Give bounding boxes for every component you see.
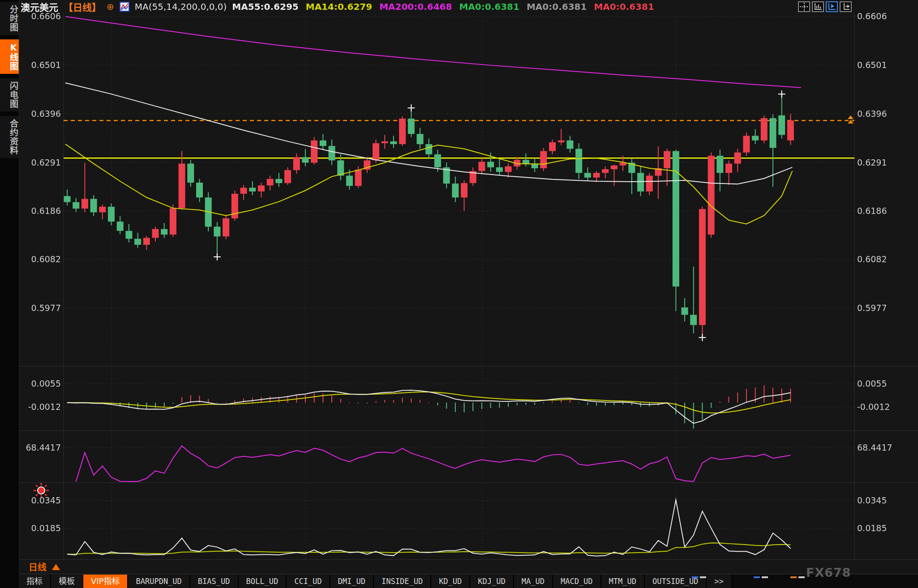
ma-value-1: MA14:0.6279 [306, 1, 372, 12]
chart-header: 澳元美元 【日线】 ⊕ MA(55,14,200,0,0,0) MA55:0.6… [21, 1, 654, 13]
atr-axis-label: 0.0345 [857, 495, 887, 505]
watermark-dash [790, 576, 797, 578]
ma-indicator-icon[interactable] [120, 2, 129, 12]
triangle-up-icon [52, 564, 60, 570]
ma-value-5: MA0:0.6381 [594, 1, 654, 12]
watermark-dash [692, 576, 698, 578]
indicator-tab-bar: 指标模板VIP指标BARUPDN_UDBIAS_UDBOLL_UDCCI_UDD… [19, 575, 918, 588]
y-axis-label: 0.6082 [857, 254, 887, 264]
bottom-tab->>[interactable]: >> [707, 575, 732, 588]
y-axis-label: 0.6606 [31, 11, 61, 21]
crosshair-icon[interactable] [798, 1, 810, 12]
pointer-chart-icon[interactable] [826, 1, 838, 12]
bottom-tab-vip[interactable]: VIP指标 [83, 575, 128, 588]
bottom-tab-barupdn_ud[interactable]: BARUPDN_UD [128, 575, 190, 588]
bottom-tab-bias_ud[interactable]: BIAS_UD [190, 575, 239, 588]
period-selector-label: 日线 [29, 560, 47, 573]
atr-axis-label: 0.0185 [857, 523, 887, 533]
bottom-tab-mtm_ud[interactable]: MTM_UD [601, 575, 645, 588]
atr-axis-label: 0.0345 [31, 495, 61, 505]
ma-values: MA55:0.6295MA14:0.6279MA200:0.6468MA0:0.… [232, 1, 654, 12]
ma-value-3: MA0:0.6381 [459, 1, 519, 12]
period-tag: 【日线】 [64, 0, 101, 13]
watermark-dash [700, 576, 706, 578]
left-sidebar: 分时图 K线图 闪电图 合约资料 [0, 0, 19, 588]
chart-toolbar [798, 1, 852, 12]
y-axis-label: 0.6082 [31, 254, 61, 264]
y-axis-label: 0.5977 [857, 303, 887, 313]
y-axis-label: 0.5977 [31, 303, 61, 313]
bottom-tab-kd_ud[interactable]: KD_UD [431, 575, 470, 588]
watermark-dash [754, 576, 760, 578]
bottom-tab-inside_ud[interactable]: INSIDE_UD [374, 575, 431, 588]
y-axis-label: 0.6186 [857, 206, 887, 216]
watermark: FX678 [806, 566, 851, 579]
watermark-dash [762, 576, 768, 578]
bottom-tab-cci_ud[interactable]: CCI_UD [287, 575, 330, 588]
sidebar-item-contract-info[interactable]: 合约资料 [0, 116, 19, 158]
y-axis-label: 0.6396 [31, 109, 61, 119]
bottom-tab-dmi_ud[interactable]: DMI_UD [330, 575, 374, 588]
bottom-tab-kdj_ud[interactable]: KDJ_UD [470, 575, 514, 588]
y-axis-label: 0.6606 [857, 11, 887, 21]
bottom-tab-ma_ud[interactable]: MA_UD [514, 575, 553, 588]
macd-axis-label: 0.0055 [857, 379, 887, 388]
macd-axis-label: -0.0012 [28, 402, 61, 412]
ma-settings: MA(55,14,200,0,0,0) [135, 1, 227, 12]
y-axis-label: 0.6396 [857, 109, 887, 119]
price-chart-canvas[interactable] [0, 0, 918, 588]
sidebar-item-kline[interactable]: K线图 [0, 39, 19, 74]
y-axis-label: 0.6291 [31, 158, 61, 167]
sidebar-item-flash[interactable]: 闪电图 [0, 78, 19, 111]
sidebar-item-timeshare[interactable]: 分时图 [0, 2, 19, 35]
chart-window: 分时图 K线图 闪电图 合约资料 澳元美元 【日线】 ⊕ MA(55,14,20… [0, 0, 918, 588]
shift-chart-icon[interactable] [840, 1, 852, 12]
bottom-tab-macd_ud[interactable]: MACD_UD [553, 575, 601, 588]
right-price-axis: 0.66060.65010.63960.62910.61860.60820.59… [857, 0, 915, 564]
bottom-tab-[interactable]: 模板 [51, 575, 83, 588]
rsi-axis-label: 68.4417 [26, 443, 61, 452]
bottom-tab-boll_ud[interactable]: BOLL_UD [239, 575, 287, 588]
ma-value-0: MA55:0.6295 [232, 1, 298, 12]
target-icon[interactable]: ⊕ [107, 2, 114, 11]
macd-axis-label: 0.0055 [31, 379, 61, 388]
macd-axis-label: -0.0012 [857, 402, 890, 412]
atr-axis-label: 0.0185 [31, 523, 61, 533]
y-axis-label: 0.6501 [857, 60, 887, 70]
y-axis-label: 0.6501 [31, 60, 61, 70]
axis-chart-icon[interactable] [812, 1, 824, 12]
ma-value-4: MA0:0.6381 [527, 1, 587, 12]
period-selector[interactable]: 日线 [29, 560, 60, 573]
bottom-tab-[interactable]: 指标 [19, 575, 51, 588]
left-price-axis: 0.66060.65010.63960.62910.61860.60820.59… [17, 0, 61, 564]
y-axis-label: 0.6186 [31, 206, 61, 216]
ma-value-2: MA200:0.6468 [379, 1, 452, 12]
watermark-dash [798, 576, 805, 578]
rsi-axis-label: 68.4417 [857, 443, 892, 452]
y-axis-label: 0.6291 [857, 158, 887, 167]
